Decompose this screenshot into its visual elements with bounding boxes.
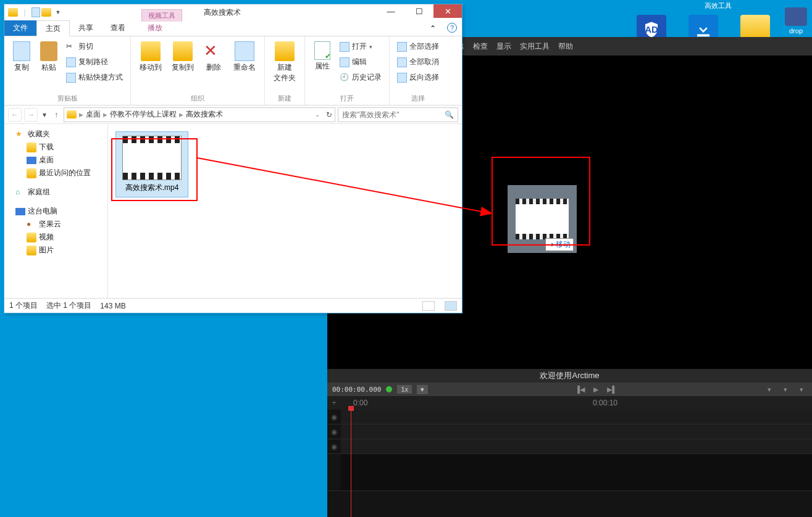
- tab-share[interactable]: 共享: [70, 20, 102, 36]
- tab-file[interactable]: 文件: [4, 20, 36, 36]
- paste-shortcut-button[interactable]: 粘贴快捷方式: [64, 71, 125, 84]
- file-tile-selected[interactable]: 高效搜索术.mp4: [115, 131, 188, 197]
- tree-downloads[interactable]: 下载: [4, 141, 107, 154]
- group-label: 剪贴板: [9, 93, 125, 104]
- tree-homegroup[interactable]: ⌂家庭组: [4, 186, 107, 199]
- playhead[interactable]: [351, 410, 351, 517]
- search-icon[interactable]: 🔍: [445, 110, 454, 119]
- moveto-button[interactable]: 移动到: [136, 39, 165, 93]
- refresh-button[interactable]: ↻: [326, 110, 332, 119]
- eye-icon[interactable]: ◉: [327, 424, 341, 439]
- up-button[interactable]: ↑: [51, 108, 61, 122]
- status-selected: 选中 1 个项目: [46, 300, 91, 311]
- invert-selection-button[interactable]: 反向选择: [395, 71, 442, 84]
- help-icon[interactable]: ?: [447, 23, 457, 33]
- marker-button[interactable]: ▾: [780, 385, 791, 394]
- prev-button[interactable]: ▐◀: [574, 385, 585, 394]
- maximize-button[interactable]: ☐: [405, 4, 433, 18]
- svg-text:AD: AD: [645, 24, 658, 35]
- tree-recent[interactable]: 最近访问的位置: [4, 167, 107, 180]
- tree-pictures[interactable]: 图片: [4, 244, 107, 257]
- copy-button[interactable]: 复制: [9, 39, 34, 93]
- new-folder-icon[interactable]: [41, 8, 51, 17]
- timeline-ruler[interactable]: + 0:00 0:00:10: [327, 396, 812, 410]
- rename-button[interactable]: 重命名: [230, 39, 259, 93]
- file-list-area[interactable]: 高效搜索术.mp4: [108, 124, 462, 298]
- edit-icon: [340, 57, 349, 67]
- tree-favorites[interactable]: ★收藏夹: [4, 128, 107, 141]
- group-label: 选择: [395, 93, 442, 104]
- ribbon-group-clipboard: 复制 粘贴 ✂剪切 复制路径 粘贴快捷方式 剪贴板: [4, 36, 131, 105]
- menu-item[interactable]: 检查: [473, 41, 488, 52]
- edit-button[interactable]: 编辑: [337, 56, 384, 68]
- ribbon-collapse-button[interactable]: ⌃: [427, 20, 438, 36]
- marker-button[interactable]: ▾: [796, 385, 807, 394]
- properties-button[interactable]: ✔属性: [310, 39, 335, 93]
- open-button[interactable]: 打开 ▾: [337, 40, 384, 53]
- address-bar[interactable]: ▶ 桌面 ▶ 停教不停学线上课程 ▶ 高效搜索术 ⌄ ↻: [64, 107, 335, 122]
- rename-icon: [235, 41, 254, 61]
- track-row[interactable]: ◉: [327, 410, 812, 424]
- back-button[interactable]: ←: [8, 108, 22, 122]
- play-button[interactable]: ▶: [590, 385, 601, 394]
- delete-icon: ✕: [204, 41, 224, 61]
- recent-locations-button[interactable]: ▾: [40, 108, 49, 122]
- menu-item[interactable]: 显示: [496, 41, 511, 52]
- tree-desktop[interactable]: 桌面: [4, 154, 107, 167]
- eye-icon[interactable]: ◉: [327, 410, 341, 424]
- contextual-tab-video-tools[interactable]: 视频工具: [141, 9, 182, 22]
- group-label: 打开: [310, 93, 384, 104]
- nut-icon: ●: [27, 220, 36, 230]
- view-details-button[interactable]: [422, 301, 435, 311]
- speed-dropdown[interactable]: ▾: [417, 385, 428, 394]
- view-large-icons-button[interactable]: [445, 301, 457, 311]
- breadcrumb[interactable]: 桌面: [86, 109, 101, 120]
- tab-view[interactable]: 查看: [102, 20, 134, 36]
- timeline-tracks[interactable]: ◉ ◉ ◉: [327, 410, 812, 517]
- window-titlebar[interactable]: | ▼ 高效搜索术 — ☐ ✕: [4, 4, 462, 20]
- breadcrumb[interactable]: 高效搜索术: [186, 109, 223, 120]
- playback-speed[interactable]: 1x: [397, 385, 412, 394]
- eye-icon[interactable]: ◉: [327, 439, 341, 453]
- copyto-button[interactable]: 复制到: [168, 39, 198, 93]
- star-icon: ★: [15, 130, 25, 139]
- search-input[interactable]: [342, 110, 445, 119]
- track-row[interactable]: [327, 454, 812, 491]
- qat-dropdown[interactable]: ▼: [52, 7, 64, 18]
- properties-icon[interactable]: [31, 7, 40, 17]
- delete-button[interactable]: ✕删除: [200, 39, 227, 93]
- open-icon: [340, 42, 349, 52]
- file-explorer-window: | ▼ 高效搜索术 — ☐ ✕ 视频工具 文件 主页 共享 查看 播放 ⌃ ? …: [4, 4, 463, 313]
- track-row[interactable]: ◉: [327, 439, 812, 454]
- status-led-icon: [386, 386, 392, 392]
- search-box[interactable]: 🔍: [338, 107, 458, 122]
- copy-icon: [13, 41, 30, 61]
- new-folder-button[interactable]: 新建 文件夹: [270, 39, 299, 93]
- track-row[interactable]: ◉: [327, 424, 812, 439]
- tree-videos[interactable]: 视频: [4, 231, 107, 244]
- video-thumbnail-icon: [122, 136, 182, 180]
- paste-button[interactable]: 粘贴: [36, 39, 61, 93]
- shortcut-icon: [66, 73, 76, 83]
- history-button[interactable]: 🕘历史记录: [337, 71, 384, 84]
- tab-home[interactable]: 主页: [36, 20, 70, 36]
- tab-play[interactable]: 播放: [139, 20, 171, 36]
- minimize-button[interactable]: —: [377, 4, 405, 18]
- add-track-button[interactable]: +: [327, 399, 341, 407]
- cut-button[interactable]: ✂剪切: [64, 40, 125, 53]
- navigation-pane[interactable]: ★收藏夹 下载 桌面 最近访问的位置 ⌂家庭组 这台电脑 ●坚果云 视频 图片: [4, 124, 108, 298]
- forward-button[interactable]: →: [24, 108, 38, 122]
- tree-jianguo[interactable]: ●坚果云: [4, 218, 107, 231]
- menu-item[interactable]: 帮助: [558, 41, 573, 52]
- breadcrumb[interactable]: 停教不停学线上课程: [110, 109, 177, 120]
- menu-item[interactable]: 实用工具: [520, 41, 550, 52]
- select-none-button[interactable]: 全部取消: [395, 56, 442, 68]
- next-button[interactable]: ▶▌: [606, 385, 617, 394]
- marker-button[interactable]: ▾: [764, 385, 775, 394]
- drag-drop-target[interactable]: ➜ 移动: [508, 185, 577, 253]
- address-dropdown[interactable]: ⌄: [315, 111, 320, 118]
- close-button[interactable]: ✕: [433, 4, 462, 18]
- copy-path-button[interactable]: 复制路径: [64, 56, 125, 68]
- tree-thispc[interactable]: 这台电脑: [4, 205, 107, 218]
- select-all-button[interactable]: 全部选择: [395, 40, 442, 53]
